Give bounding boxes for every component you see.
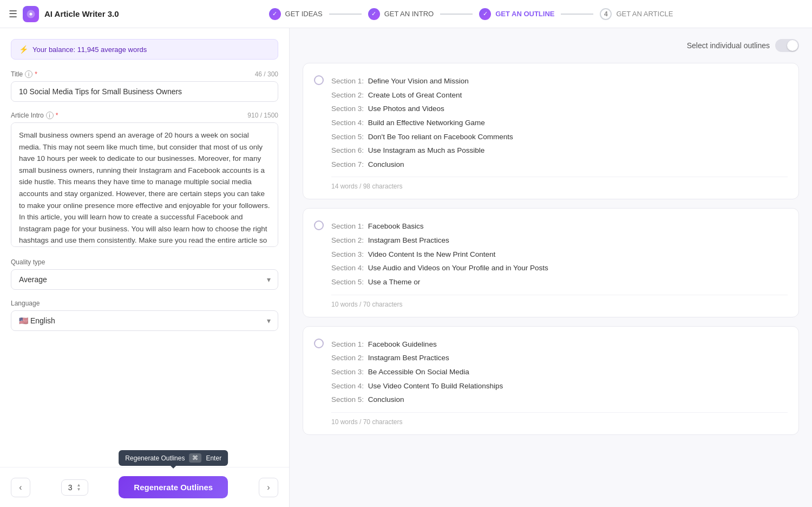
- step-get-outline-label: GET AN OUTLINE: [495, 10, 554, 18]
- list-item: Section 3: Use Photos and Videos: [331, 102, 788, 116]
- outline-3-meta: 10 words / 70 characters: [331, 412, 788, 426]
- outline-card-2-header: Section 1: Facebook Basics Section 2: In…: [314, 219, 788, 289]
- intro-required: *: [56, 112, 58, 119]
- outline-card-3: Section 1: Facebook Guidelines Section 2…: [303, 326, 799, 435]
- quality-select-wrapper: Average Good High ▾: [11, 269, 278, 290]
- prev-arrow-button[interactable]: ‹: [11, 478, 30, 497]
- regen-tooltip-label: Regenerate Outlines: [125, 454, 185, 462]
- step-get-ideas-label: GET IDEAS: [285, 10, 323, 18]
- step-get-intro[interactable]: ✓ GET AN INTRO: [362, 8, 441, 20]
- cmd-symbol: ⌘: [192, 454, 198, 461]
- step-done-icon-2: ✓: [368, 8, 380, 20]
- regen-tooltip: Regenerate Outlines ⌘ Enter: [119, 450, 228, 466]
- step-nav: ✓ GET IDEAS ✓ GET AN INTRO ✓ GET AN OUTL…: [139, 8, 803, 20]
- bolt-icon: ⚡: [19, 45, 28, 54]
- page-number: 3: [68, 483, 73, 492]
- title-required: *: [35, 70, 37, 78]
- individual-outlines-toggle[interactable]: [775, 39, 799, 52]
- regenerate-outlines-button[interactable]: Regenerate Outlines: [119, 476, 228, 498]
- list-item: Section 2: Create Lots of Great Content: [331, 88, 788, 102]
- list-item: Section 3: Video Content Is the New Prin…: [331, 248, 788, 262]
- language-field-label-row: Language: [11, 300, 278, 307]
- regen-enter-label: Enter: [206, 454, 221, 462]
- intro-textarea[interactable]: Small business owners spend an average o…: [11, 122, 278, 247]
- toggle-label: Select individual outlines: [687, 41, 770, 50]
- outline-1-meta: 14 words / 98 characters: [331, 177, 788, 190]
- step-connector-2: [440, 14, 473, 15]
- outline-3-sections: Section 1: Facebook Guidelines Section 2…: [331, 337, 788, 407]
- regen-btn-wrapper: Regenerate Outlines ⌘ Enter Regenerate O…: [119, 476, 228, 498]
- balance-bar: ⚡ Your balance: 11,945 average words: [11, 39, 278, 60]
- step-connector-3: [561, 14, 593, 15]
- list-item: Section 1: Facebook Guidelines: [331, 337, 788, 352]
- svg-point-1: [30, 12, 32, 15]
- intro-label-left: Article Intro i *: [11, 112, 58, 119]
- list-item: Section 7: Conclusion: [331, 158, 788, 172]
- outline-cards-container: Section 1: Define Your Vision and Missio…: [303, 63, 799, 435]
- title-input[interactable]: [11, 81, 278, 102]
- page-down-icon[interactable]: ▼: [77, 487, 81, 492]
- main-layout: ⚡ Your balance: 11,945 average words Tit…: [0, 28, 812, 507]
- language-label: Language: [11, 300, 40, 307]
- toggle-knob: [787, 40, 798, 51]
- app-logo: [23, 6, 39, 22]
- header: ☰ AI Article Writer 3.0 ✓ GET IDEAS ✓ GE…: [0, 0, 812, 28]
- outline-card-3-header: Section 1: Facebook Guidelines Section 2…: [314, 337, 788, 407]
- title-count: 46 / 300: [255, 70, 278, 78]
- title-label: Title: [11, 70, 23, 78]
- list-item: Section 4: Use Audio and Videos on Your …: [331, 261, 788, 275]
- language-select-wrapper: 🇺🇸 English 🇪🇸 Spanish 🇫🇷 French 🇩🇪 Germa…: [11, 310, 278, 331]
- title-label-left: Title i *: [11, 70, 37, 78]
- quality-label: Quality type: [11, 258, 45, 266]
- page-stepper[interactable]: ▲ ▼: [77, 483, 81, 492]
- outline-card-2: Section 1: Facebook Basics Section 2: In…: [303, 208, 799, 317]
- hamburger-icon[interactable]: ☰: [9, 8, 17, 20]
- step-get-ideas[interactable]: ✓ GET IDEAS: [263, 8, 329, 20]
- page-counter: 3 ▲ ▼: [61, 479, 88, 496]
- right-panel: Select individual outlines Section 1: De…: [290, 28, 812, 507]
- list-item: Section 6: Use Instagram as Much as Poss…: [331, 144, 788, 158]
- next-arrow-button[interactable]: ›: [259, 478, 278, 497]
- language-select[interactable]: 🇺🇸 English 🇪🇸 Spanish 🇫🇷 French 🇩🇪 Germa…: [11, 310, 278, 331]
- header-left: ☰ AI Article Writer 3.0: [9, 6, 139, 22]
- right-header: Select individual outlines: [303, 39, 799, 52]
- step-done-icon: ✓: [269, 8, 281, 20]
- outline-card-1: Section 1: Define Your Vision and Missio…: [303, 63, 799, 199]
- list-item: Section 4: Build an Effective Networking…: [331, 116, 788, 130]
- title-info-icon[interactable]: i: [25, 70, 32, 78]
- step-num-icon: 4: [600, 8, 612, 20]
- list-item: Section 2: Instagram Best Practices: [331, 233, 788, 248]
- title-field-label-row: Title i * 46 / 300: [11, 70, 278, 78]
- balance-text: Your balance: 11,945 average words: [32, 46, 147, 54]
- list-item: Section 1: Facebook Basics: [331, 219, 788, 233]
- app-title: AI Article Writer 3.0: [44, 9, 119, 18]
- outline-1-sections: Section 1: Define Your Vision and Missio…: [331, 74, 788, 171]
- list-item: Section 3: Be Accessible On Social Media: [331, 365, 788, 379]
- list-item: Section 1: Define Your Vision and Missio…: [331, 74, 788, 88]
- intro-label: Article Intro: [11, 112, 44, 119]
- step-done-icon-3: ✓: [479, 8, 491, 20]
- step-get-article[interactable]: 4 GET AN ARTICLE: [593, 8, 679, 20]
- outline-card-1-header: Section 1: Define Your Vision and Missio…: [314, 74, 788, 171]
- quality-select[interactable]: Average Good High: [11, 269, 278, 290]
- outline-radio-2[interactable]: [314, 220, 324, 230]
- list-item: Section 5: Don't Be Too reliant on Faceb…: [331, 130, 788, 144]
- intro-count: 910 / 1500: [247, 112, 278, 119]
- left-panel: ⚡ Your balance: 11,945 average words Tit…: [0, 28, 290, 507]
- list-item: Section 5: Conclusion: [331, 393, 788, 407]
- outline-2-sections: Section 1: Facebook Basics Section 2: In…: [331, 219, 788, 289]
- step-get-outline[interactable]: ✓ GET AN OUTLINE: [473, 8, 561, 20]
- list-item: Section 5: Use a Theme or: [331, 275, 788, 289]
- bottom-controls: ‹ 3 ▲ ▼ Regenerate Outlines ⌘ Enter Rege…: [0, 467, 289, 507]
- outline-radio-3[interactable]: [314, 339, 324, 348]
- step-get-article-label: GET AN ARTICLE: [616, 10, 673, 18]
- list-item: Section 2: Instagram Best Practices: [331, 351, 788, 365]
- intro-textarea-wrapper: Small business owners spend an average o…: [11, 122, 278, 249]
- step-connector-1: [329, 14, 362, 15]
- intro-field-label-row: Article Intro i * 910 / 1500: [11, 112, 278, 119]
- regen-kbd-icon: ⌘: [189, 453, 201, 463]
- outline-radio-1[interactable]: [314, 75, 324, 85]
- step-get-intro-label: GET AN INTRO: [384, 10, 434, 18]
- list-item: Section 4: Use Video Content To Build Re…: [331, 379, 788, 393]
- intro-info-icon[interactable]: i: [46, 112, 54, 119]
